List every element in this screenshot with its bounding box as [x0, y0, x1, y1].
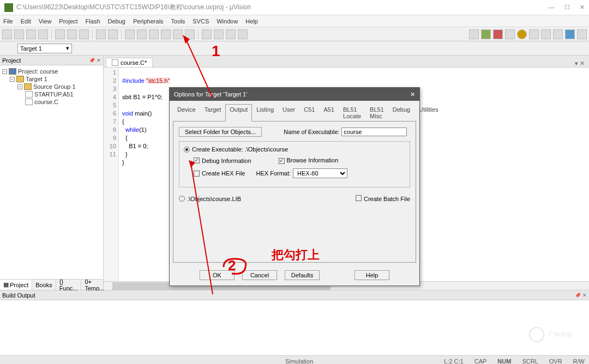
- tb-outdent-icon[interactable]: [137, 29, 147, 39]
- help-button[interactable]: Help: [354, 270, 389, 280]
- editor-tab-controls[interactable]: ▾ ✕: [573, 60, 587, 67]
- titlebar: C:\Users\96223\Desktop\MCU\STC\STC15W\DI…: [0, 0, 589, 15]
- tab-utilities[interactable]: Utilities: [414, 104, 442, 122]
- tb-wrench-icon[interactable]: [577, 29, 587, 39]
- tb-step-icon[interactable]: [529, 29, 539, 39]
- tab-output[interactable]: Output: [225, 104, 252, 122]
- tab-books[interactable]: Books: [32, 280, 56, 290]
- status-scrl: SCRL: [522, 358, 538, 365]
- status-position: L:2 C:1: [444, 358, 463, 365]
- tree-group[interactable]: Source Group 1: [33, 83, 76, 90]
- tab-bl51-locate[interactable]: BL51 Locate: [339, 104, 365, 122]
- menu-view[interactable]: View: [39, 18, 52, 25]
- tb-bookmark-clear-icon[interactable]: [185, 29, 195, 39]
- build-output-content[interactable]: [0, 300, 589, 355]
- menu-edit[interactable]: Edit: [21, 18, 31, 25]
- tb-outdent2-icon[interactable]: [214, 29, 224, 39]
- tree-target[interactable]: Target 1: [26, 76, 47, 82]
- hex-format-select[interactable]: HEX-80: [293, 168, 347, 178]
- name-exec-label: Name of Executable:: [284, 129, 339, 135]
- menu-file[interactable]: File: [3, 18, 13, 25]
- create-exec-radio[interactable]: [184, 147, 190, 153]
- tree-toggle[interactable]: −: [2, 69, 7, 74]
- tb-copy-icon[interactable]: [67, 29, 77, 39]
- tab-debug[interactable]: Debug: [388, 104, 414, 122]
- chevron-down-icon: ▾: [66, 45, 69, 52]
- create-lib-radio[interactable]: [179, 196, 185, 202]
- tb-redo-icon[interactable]: [108, 29, 118, 39]
- create-batch-checkbox[interactable]: [356, 195, 362, 201]
- name-exec-input[interactable]: [341, 128, 407, 136]
- menu-help[interactable]: Help: [245, 18, 258, 25]
- minimize-button[interactable]: —: [549, 4, 555, 11]
- create-exec-group: Create Executable: .\Objects\course ✓ De…: [179, 141, 410, 187]
- tb-new-icon[interactable]: [2, 29, 12, 39]
- tab-c51[interactable]: C51: [299, 104, 319, 122]
- status-num: NUM: [497, 358, 511, 365]
- tb-saveall-icon[interactable]: [38, 29, 48, 39]
- tb-uncomment-icon[interactable]: [238, 29, 248, 39]
- dialog-titlebar[interactable]: Options for Target 'Target 1' ✕: [170, 88, 419, 101]
- tb-run-icon[interactable]: [517, 29, 527, 39]
- project-tree[interactable]: − Project: course − Target 1 − Source Gr…: [0, 65, 103, 279]
- tree-toggle[interactable]: −: [17, 84, 22, 89]
- target-select[interactable]: Target 1 ▾: [17, 44, 72, 53]
- menu-window[interactable]: Window: [217, 18, 238, 25]
- tb-save-icon[interactable]: [26, 29, 36, 39]
- tb-bookmark-next-icon[interactable]: [173, 29, 183, 39]
- dialog-body: Select Folder for Objects... Name of Exe…: [173, 121, 416, 263]
- tb-find-icon[interactable]: [469, 29, 479, 39]
- menu-svcs[interactable]: SVCS: [193, 18, 209, 25]
- folder-icon: [24, 83, 32, 90]
- tb-step-out-icon[interactable]: [553, 29, 563, 39]
- tab-project[interactable]: ▦Project: [0, 280, 32, 290]
- tb-paste-icon[interactable]: [79, 29, 89, 39]
- tb-bookmark-icon[interactable]: [149, 29, 159, 39]
- create-hex-checkbox[interactable]: [194, 171, 200, 177]
- select-folder-button[interactable]: Select Folder for Objects...: [179, 127, 262, 137]
- tb-breakpoint-icon[interactable]: [505, 29, 515, 39]
- tab-a51[interactable]: A51: [319, 104, 339, 122]
- browse-info-checkbox[interactable]: ✓: [279, 158, 285, 164]
- tb-indent-icon[interactable]: [125, 29, 135, 39]
- tb-indent2-icon[interactable]: [202, 29, 212, 39]
- pin-icon[interactable]: 📌 ✕: [575, 293, 587, 298]
- tab-functions[interactable]: {} Func...: [56, 280, 82, 290]
- tab-device[interactable]: Device: [173, 104, 200, 122]
- maximize-button[interactable]: ☐: [564, 4, 570, 11]
- tb-config-icon[interactable]: [565, 29, 575, 39]
- menu-flash[interactable]: Flash: [86, 18, 100, 25]
- tab-target[interactable]: Target: [200, 104, 226, 122]
- menu-tools[interactable]: Tools: [171, 18, 185, 25]
- debug-info-checkbox[interactable]: ✓: [194, 157, 200, 163]
- close-button[interactable]: ✕: [580, 4, 585, 11]
- tb-bookmark-prev-icon[interactable]: [161, 29, 171, 39]
- dialog-close-button[interactable]: ✕: [410, 91, 415, 98]
- tab-listing[interactable]: Listing: [252, 104, 278, 122]
- tab-user[interactable]: User: [278, 104, 299, 122]
- menu-project[interactable]: Project: [59, 18, 77, 25]
- tb-step-over-icon[interactable]: [541, 29, 551, 39]
- editor-tab-course[interactable]: course.C*: [106, 58, 153, 67]
- cancel-button[interactable]: Cancel: [242, 270, 277, 280]
- tb-open-icon[interactable]: [14, 29, 24, 39]
- tb-comment-icon[interactable]: [226, 29, 236, 39]
- watermark-text: 广科科协: [549, 331, 573, 339]
- tree-project[interactable]: Project: course: [18, 68, 58, 75]
- pin-icon[interactable]: 📌 ✕: [89, 58, 101, 63]
- tab-bl51-misc[interactable]: BL51 Misc: [365, 104, 388, 122]
- tree-file[interactable]: course.C: [34, 99, 58, 105]
- menu-peripherals[interactable]: Peripherals: [133, 18, 164, 25]
- tree-toggle[interactable]: −: [10, 77, 15, 82]
- defaults-button[interactable]: Defaults: [285, 270, 320, 280]
- build-output-title: Build Output: [2, 292, 35, 299]
- dialog-tabs: Device Target Output Listing User C51 A5…: [170, 101, 419, 122]
- tree-file[interactable]: STARTUP.A51: [34, 91, 74, 98]
- code-content[interactable]: #include "stc15.h" sbit B1 = P1^0; void …: [119, 68, 173, 281]
- tb-cut-icon[interactable]: [55, 29, 65, 39]
- tb-debug-icon[interactable]: [481, 29, 491, 39]
- tb-undo-icon[interactable]: [96, 29, 106, 39]
- editor-tab-label: course.C*: [121, 59, 147, 66]
- menu-debug[interactable]: Debug: [108, 18, 125, 25]
- tb-stop-icon[interactable]: [493, 29, 503, 39]
